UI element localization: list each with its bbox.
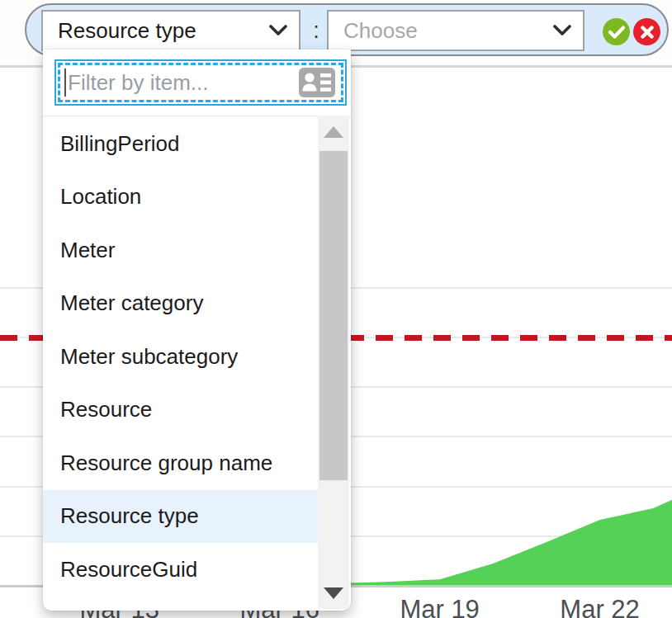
filter-search-placeholder: Filter by item... [68,70,298,96]
filter-value-select[interactable]: Choose [327,10,584,51]
list-item[interactable]: BillingPeriod [43,117,318,171]
check-icon [608,26,625,39]
close-icon [641,26,654,39]
text-cursor [64,68,66,97]
chevron-down-icon [269,25,287,36]
scroll-down-icon[interactable] [324,587,343,599]
list-item[interactable]: Meter [43,224,318,277]
list-item[interactable]: Meter subcategory [43,330,318,384]
scroll-up-icon[interactable] [324,126,343,138]
x-axis-label: Mar 22 [560,595,639,618]
filter-key-select[interactable]: Resource type [41,10,301,51]
filter-pill: Resource type : Choose [25,3,669,56]
list-item[interactable]: Meter category [43,277,318,331]
filter-key-value: Resource type [58,18,196,44]
scrollbar-thumb[interactable] [319,151,348,480]
apply-filter-button[interactable] [603,18,630,45]
panel-separator [43,116,351,116]
remove-filter-button[interactable] [633,18,660,45]
filter-key-dropdown-panel: Filter by item... BillingPeriodLocationM… [43,50,351,611]
list-item[interactable]: Resource [43,384,318,437]
list-item[interactable]: ResourceGuid [43,543,318,597]
screen: Mar 10Mar 13Mar 16Mar 19Mar 22 Resource … [0,0,672,618]
list-item[interactable]: Location [43,171,318,224]
x-axis-label: Mar 19 [400,595,479,618]
contact-card-icon[interactable] [298,66,336,99]
scrollbar[interactable] [318,116,349,609]
filter-value-placeholder: Choose [343,18,418,44]
list-item[interactable]: Resource group name [43,436,318,490]
field-list: BillingPeriodLocationMeterMeter category… [43,117,318,597]
chevron-down-icon [553,25,571,36]
filter-separator: : [305,10,327,51]
list-item[interactable]: Resource type [43,490,318,544]
filter-search-input[interactable]: Filter by item... [54,59,347,106]
